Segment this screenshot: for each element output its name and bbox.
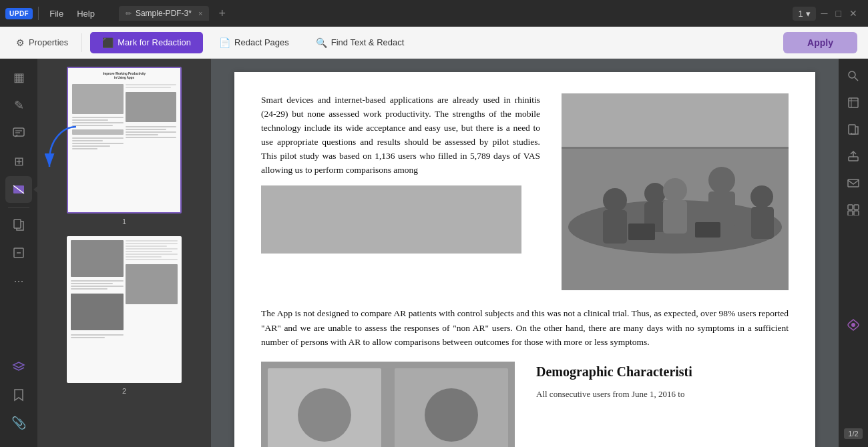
page-2-label: 2: [122, 387, 126, 395]
svg-rect-11: [562, 147, 789, 149]
svg-rect-40: [854, 205, 859, 209]
titlebar-right: 1 ▾ ─ □ ✕: [793, 7, 863, 21]
svg-point-28: [298, 388, 351, 442]
thumbnail-panel: Improve Working Productivityin Using App…: [37, 59, 211, 447]
right-sidebar: 1/2: [839, 59, 868, 447]
svg-rect-32: [849, 98, 858, 107]
sidebar-divider: [8, 207, 29, 207]
svg-rect-0: [13, 128, 24, 136]
minimize-icon[interactable]: ─: [821, 8, 828, 19]
help-menu[interactable]: Help: [71, 7, 100, 21]
mark-redaction-button[interactable]: ⬛ Mark for Redaction: [90, 32, 203, 53]
demographic-title: Demographic Characteristi: [536, 362, 789, 382]
page-nav-arrow: ▾: [806, 9, 811, 19]
sidebar-compress-icon[interactable]: [5, 240, 32, 266]
pdf-image-column: [562, 93, 789, 290]
sidebar-active-arrow: [33, 186, 37, 193]
pdf-page: Smart devices and internet-based applica…: [234, 72, 815, 447]
find-text-icon: 🔍: [316, 37, 327, 48]
sidebar-thumbnail-icon[interactable]: ▦: [5, 64, 32, 91]
sidebar-comment-icon[interactable]: [5, 120, 32, 147]
window-controls: ─ □ ✕: [821, 8, 857, 19]
mark-redaction-icon: ⬛: [102, 37, 114, 48]
right-export-icon[interactable]: [841, 144, 865, 168]
main-content: ▦ ✎ ⊞: [0, 59, 868, 447]
page-number: 1: [798, 9, 803, 19]
sidebar-edit-icon[interactable]: ✎: [5, 92, 32, 119]
svg-rect-24: [695, 222, 720, 238]
svg-rect-22: [663, 200, 687, 234]
blue-arrow-indicator: [43, 120, 83, 173]
right-search-icon[interactable]: [841, 64, 865, 88]
titlebar-menu: File Help: [44, 7, 100, 21]
right-ai-icon[interactable]: [841, 313, 865, 337]
tab-name: Sample-PDF-3*: [136, 9, 192, 18]
thumbnail-img-1: Improve Working Productivityin Using App…: [67, 67, 182, 213]
right-organize-icon[interactable]: [841, 197, 865, 221]
svg-rect-35: [849, 125, 855, 134]
svg-rect-42: [854, 211, 859, 215]
svg-point-13: [603, 188, 627, 212]
svg-line-31: [855, 77, 858, 81]
svg-rect-5: [14, 219, 21, 228]
sidebar-attachment-icon[interactable]: 📎: [5, 410, 32, 436]
sidebar-convert-icon[interactable]: [5, 211, 32, 238]
close-icon[interactable]: ✕: [849, 8, 857, 19]
document-tab[interactable]: ✏ Sample-PDF-3* ×: [119, 6, 209, 21]
pdf-paragraph-2: The App is not designed to compare AR pa…: [261, 306, 789, 350]
thumb-title-1: Improve Working Productivityin Using App…: [72, 72, 176, 80]
redact-pages-button[interactable]: 📄 Redact Pages: [208, 33, 300, 52]
find-text-redact-button[interactable]: 🔍 Find Text & Redact: [305, 33, 415, 52]
svg-rect-39: [848, 205, 853, 209]
meeting-image: [562, 93, 789, 290]
toolbar: ⚙ Properties ⬛ Mark for Redaction 📄 Reda…: [0, 27, 868, 59]
svg-point-21: [663, 178, 687, 202]
pdf-text-column: Smart devices and internet-based applica…: [261, 93, 540, 290]
svg-point-17: [708, 167, 735, 193]
pdf-lower-section: Demographic Characteristi All consecutiv…: [261, 362, 789, 447]
right-convert-icon[interactable]: [841, 117, 865, 141]
svg-point-29: [425, 388, 478, 442]
pdf-lower-image: [261, 362, 515, 447]
svg-rect-20: [751, 207, 774, 239]
pdf-area[interactable]: Smart devices and internet-based applica…: [211, 59, 839, 447]
svg-rect-14: [603, 210, 627, 244]
sidebar-pages-icon[interactable]: ⊞: [5, 148, 32, 175]
thumbnail-page-1[interactable]: Improve Working Productivityin Using App…: [48, 67, 200, 226]
tab-close-button[interactable]: ×: [198, 9, 202, 17]
titlebar: UPDF File Help ✏ Sample-PDF-3* × + 1 ▾ ─…: [0, 0, 868, 27]
svg-point-43: [851, 323, 855, 327]
svg-rect-41: [848, 211, 853, 215]
titlebar-divider: [38, 7, 39, 20]
pdf-lower-text-col: Demographic Characteristi All consecutiv…: [536, 362, 789, 401]
thumbnail-page-2[interactable]: 2: [48, 236, 200, 395]
sidebar-redact-icon[interactable]: [5, 176, 32, 203]
page-nav[interactable]: 1 ▾: [793, 7, 815, 21]
apply-button[interactable]: Apply: [783, 32, 857, 53]
redact-pages-label: Redact Pages: [234, 37, 289, 47]
app-logo[interactable]: UPDF: [5, 8, 33, 19]
sidebar-layers-icon[interactable]: [5, 354, 32, 380]
tab-edit-icon: ✏: [126, 9, 132, 18]
svg-rect-38: [848, 179, 859, 187]
sidebar-bookmark-icon[interactable]: [5, 382, 32, 408]
maximize-icon[interactable]: □: [836, 8, 841, 19]
svg-point-15: [644, 183, 666, 204]
mark-redaction-label: Mark for Redaction: [118, 37, 191, 47]
pdf-paragraph-1: Smart devices and internet-based applica…: [261, 93, 540, 177]
right-email-icon[interactable]: [841, 171, 865, 195]
sidebar-more-icon[interactable]: ···: [5, 268, 32, 294]
demographic-text: All consecutive users from June 1, 2016 …: [536, 388, 789, 401]
add-tab-button[interactable]: +: [218, 7, 226, 21]
right-ocr-icon[interactable]: [841, 91, 865, 115]
properties-button[interactable]: ⚙ Properties: [11, 35, 73, 51]
svg-point-30: [849, 71, 855, 78]
properties-icon: ⚙: [16, 37, 25, 48]
page-indicator: 1/2: [844, 428, 862, 439]
properties-label: Properties: [29, 37, 68, 47]
left-sidebar: ▦ ✎ ⊞: [0, 59, 37, 447]
thumbnail-img-2: [67, 236, 182, 383]
page-1-label: 1: [122, 217, 126, 226]
svg-point-19: [750, 185, 773, 208]
file-menu[interactable]: File: [44, 7, 69, 21]
